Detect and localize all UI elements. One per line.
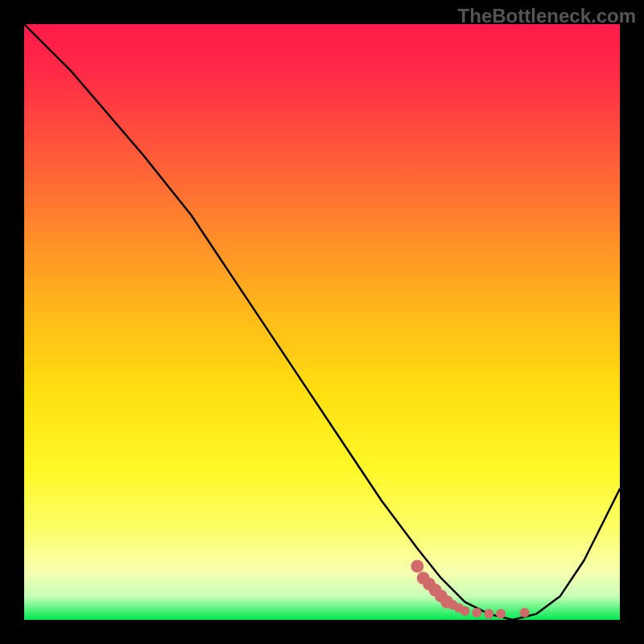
marker-dot	[484, 609, 493, 619]
highlight-markers	[411, 559, 529, 618]
chart-container: TheBottleneck.com	[0, 0, 644, 644]
marker-dot	[520, 608, 530, 617]
plot-area	[24, 24, 620, 620]
marker-dot	[472, 608, 481, 617]
marker-dot	[496, 609, 506, 619]
marker-dot	[411, 559, 423, 572]
watermark-text: TheBottleneck.com	[458, 5, 636, 27]
curve-layer	[24, 24, 620, 620]
bottleneck-curve	[24, 24, 620, 620]
marker-dot	[460, 606, 470, 616]
